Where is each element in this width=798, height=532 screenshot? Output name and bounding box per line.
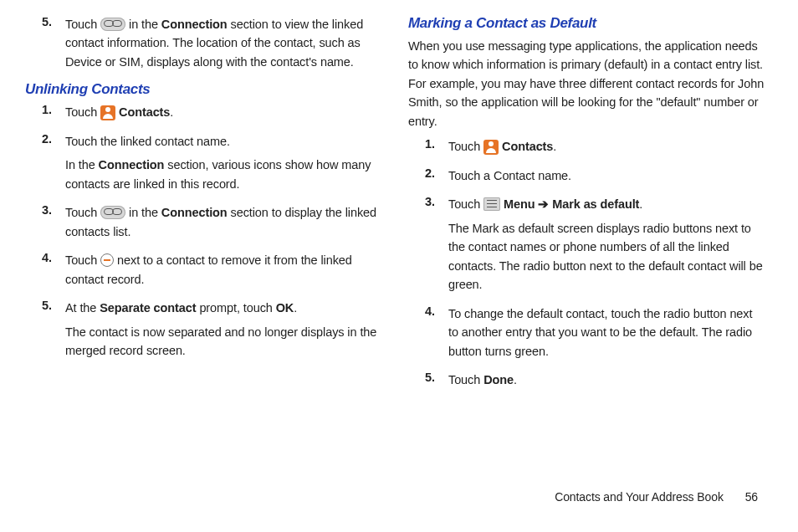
- step-item: 1. Touch Contacts.: [408, 137, 765, 156]
- step-body: Touch in the Connection section to view …: [65, 15, 381, 71]
- step-number: 5.: [42, 299, 65, 360]
- intro-paragraph: When you use messaging type applications…: [408, 37, 765, 130]
- step-body: At the Separate contact prompt, touch OK…: [65, 299, 381, 360]
- step-number: 2.: [42, 132, 65, 193]
- step-item: 4. To change the default contact, touch …: [408, 304, 765, 361]
- step-number: 5.: [425, 371, 448, 389]
- step-body: Touch Contacts.: [65, 103, 381, 121]
- step-number: 1.: [425, 137, 448, 156]
- step-body: Touch in the Connection section to displ…: [65, 203, 381, 241]
- step-item: 5. Touch in the Connection section to vi…: [25, 15, 381, 71]
- step-item: 3. Touch Menu ➔ Mark as default. The Mar…: [408, 195, 765, 294]
- contacts-icon: [483, 140, 499, 155]
- step-number: 5.: [42, 15, 65, 71]
- contacts-icon: [100, 105, 115, 120]
- step-body: Touch Done.: [448, 371, 765, 389]
- footer-label: Contacts and Your Address Book: [555, 490, 724, 504]
- step-number: 1.: [42, 103, 65, 121]
- step-number: 2.: [425, 166, 448, 185]
- manual-page: 5. Touch in the Connection section to vi…: [0, 0, 798, 532]
- step-number: 3.: [42, 203, 65, 241]
- step-item: 5. At the Separate contact prompt, touch…: [25, 299, 381, 360]
- minus-icon: [100, 253, 114, 267]
- step-item: 2. Touch a Contact name.: [408, 166, 765, 185]
- page-footer: Contacts and Your Address Book 56: [555, 490, 758, 504]
- menu-icon: [483, 197, 500, 211]
- link-icon: [100, 206, 125, 219]
- step-number: 4.: [42, 251, 65, 289]
- step-item: 1. Touch Contacts.: [25, 103, 381, 121]
- step-body: Touch Menu ➔ Mark as default. The Mark a…: [448, 195, 765, 294]
- step-body: Touch Contacts.: [448, 137, 765, 156]
- section-heading-marking-default: Marking a Contact as Default: [408, 15, 765, 32]
- link-icon: [100, 18, 125, 31]
- step-item: 5. Touch Done.: [408, 371, 765, 389]
- page-number: 56: [745, 490, 758, 504]
- step-item: 3. Touch in the Connection section to di…: [25, 203, 381, 241]
- step-body: Touch a Contact name.: [448, 166, 765, 185]
- step-number: 4.: [425, 304, 448, 361]
- step-body: To change the default contact, touch the…: [448, 304, 765, 361]
- step-number: 3.: [425, 195, 448, 294]
- step-item: 4. Touch next to a contact to remove it …: [25, 251, 381, 289]
- step-body: Touch the linked contact name. In the Co…: [65, 132, 381, 193]
- right-column: Marking a Contact as Default When you us…: [408, 15, 765, 532]
- step-item: 2. Touch the linked contact name. In the…: [25, 132, 381, 193]
- step-body: Touch next to a contact to remove it fro…: [65, 251, 381, 289]
- left-column: 5. Touch in the Connection section to vi…: [25, 15, 381, 532]
- section-heading-unlinking: Unlinking Contacts: [25, 81, 381, 98]
- arrow-icon: ➔: [535, 197, 553, 211]
